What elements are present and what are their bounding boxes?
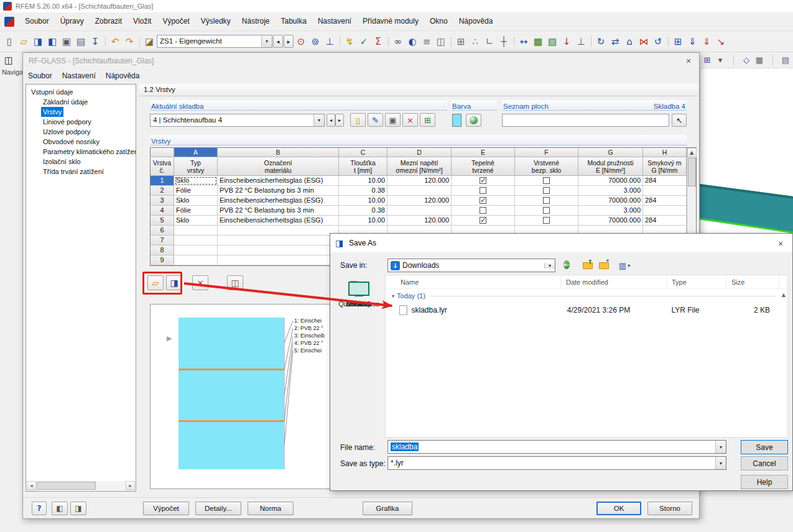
cell-material[interactable] — [218, 236, 339, 245]
menu-item[interactable]: Úpravy — [55, 12, 90, 30]
cell-g-modulus[interactable]: 284 — [643, 196, 687, 206]
cell-material[interactable] — [218, 255, 339, 265]
chevron-down-icon[interactable]: ▾ — [544, 263, 555, 268]
save-in-combo[interactable]: ↓ Downloads ▾ — [387, 259, 555, 272]
cell-laminated[interactable] — [515, 176, 578, 186]
row-number[interactable]: 7 — [151, 236, 174, 245]
fe-mesh-icon[interactable]: ▧ — [545, 35, 559, 48]
column-header[interactable]: Modul pružnosti E [N/mm²] — [578, 157, 643, 176]
ok-button[interactable]: OK — [596, 502, 641, 515]
scrollbar-thumb[interactable] — [688, 158, 696, 186]
cell-e-modulus[interactable]: 70000.000 — [578, 216, 643, 226]
isometric-icon[interactable]: ◇ — [740, 54, 753, 66]
column-header[interactable]: Type — [667, 275, 726, 288]
nav-item[interactable]: Obvodové nosníky — [26, 137, 136, 147]
cell-limit-stress[interactable] — [387, 206, 452, 216]
mesh-icon[interactable]: ▩ — [531, 35, 545, 48]
caret-down-icon[interactable]: ▾ — [714, 54, 726, 66]
column-letter-header[interactable]: H — [643, 148, 687, 157]
row-number[interactable]: 5 — [151, 216, 174, 226]
column-letter-header[interactable]: E — [452, 148, 515, 157]
menu-item[interactable]: Nápověda — [101, 70, 145, 83]
group-header[interactable]: ▾ Today (1) — [392, 292, 776, 300]
partial-view-icon[interactable]: ◫ — [434, 35, 448, 48]
cell-thickness[interactable]: 0.38 — [339, 206, 387, 216]
chevron-down-icon[interactable]: ▾ — [715, 457, 726, 469]
back-button[interactable]: ← — [563, 259, 570, 272]
close-icon[interactable]: × — [774, 237, 787, 250]
cell-layer-type[interactable] — [174, 255, 218, 265]
cell-limit-stress[interactable]: 120.000 — [387, 216, 452, 226]
new-file-icon[interactable]: ▯ — [2, 35, 16, 48]
menu-item[interactable]: Tabulka — [276, 12, 312, 30]
row-number[interactable]: 1 — [151, 176, 174, 186]
cell-tempered[interactable] — [452, 196, 515, 206]
nav-horizontal-scrollbar[interactable]: ◂ ▸ — [27, 481, 135, 490]
cell-tempered[interactable] — [452, 186, 515, 196]
cell-e-modulus[interactable]: 70000.000 — [578, 176, 643, 186]
panel-right-toggle-button[interactable]: ◨ — [70, 502, 86, 515]
surface-list-input[interactable] — [502, 114, 669, 127]
row-number[interactable]: 2 — [151, 186, 174, 196]
printout-report-icon[interactable]: ▤ — [779, 54, 792, 66]
column-letter-header[interactable]: C — [339, 148, 387, 157]
checkbox[interactable] — [543, 177, 550, 184]
cell-e-modulus[interactable]: 70000.000 — [578, 196, 643, 206]
place-network[interactable]: Network — [334, 280, 384, 308]
open-file-icon[interactable]: ▱ — [17, 35, 30, 48]
cell-thickness[interactable]: 10.00 — [339, 176, 387, 186]
column-header[interactable]: Označení materiálu — [218, 157, 339, 176]
cell-limit-stress[interactable]: 120.000 — [387, 176, 452, 186]
cell-e-modulus[interactable]: 3.000 — [578, 186, 643, 196]
cell-tempered[interactable] — [452, 206, 515, 216]
cell-layer-type[interactable]: Sklo — [174, 216, 218, 226]
menu-item[interactable]: Soubor — [23, 70, 57, 83]
edit-assembly-icon[interactable]: ✎ — [368, 113, 383, 127]
column-letter-header[interactable]: A — [174, 148, 218, 157]
cell-laminated[interactable] — [515, 186, 578, 196]
scrollbar-thumb[interactable] — [37, 482, 96, 490]
load-case-icon[interactable]: ◪ — [142, 35, 156, 48]
layers-icon[interactable]: ≡ — [420, 35, 434, 48]
snap-icon[interactable]: ∴ — [468, 35, 482, 48]
binoculars-icon[interactable]: ∞ — [391, 35, 405, 48]
menu-item[interactable]: Přídavné moduly — [357, 12, 424, 30]
cell-laminated[interactable] — [515, 196, 578, 206]
checkbox[interactable] — [480, 197, 486, 204]
menu-item[interactable]: Výpočet — [157, 12, 195, 30]
export-data-icon[interactable]: ⇓ — [700, 35, 713, 48]
import-data-icon[interactable]: ⇓ — [685, 35, 699, 48]
previous-view-icon[interactable]: ↺ — [651, 35, 665, 48]
chevron-down-icon[interactable]: ▾ — [715, 441, 726, 453]
close-icon[interactable]: × — [682, 55, 695, 67]
chevron-down-icon[interactable]: ▾ — [313, 114, 324, 126]
delete-layers-icon[interactable]: × — [192, 275, 208, 290]
cell-material[interactable]: Einscheibensicherheitsglas (ESG) — [218, 216, 339, 226]
cell-material[interactable] — [218, 226, 339, 236]
help-button[interactable]: Help — [741, 475, 788, 489]
column-header[interactable]: Mezní napětí σmezní [N/mm²] — [387, 157, 452, 176]
menu-item[interactable]: Nastavení — [312, 12, 357, 30]
cell-tempered[interactable] — [452, 176, 515, 186]
scroll-up-icon[interactable]: ▲ — [782, 292, 786, 298]
details-button[interactable]: Detaily... — [195, 502, 241, 515]
supports-icon[interactable]: ⊥ — [574, 35, 588, 48]
prev-load-case-button[interactable]: ◂ — [273, 35, 283, 48]
pick-surfaces-button[interactable]: ↖ — [672, 114, 687, 127]
cell-g-modulus[interactable]: 284 — [643, 216, 687, 226]
jump-icon[interactable]: ↘ — [714, 35, 728, 48]
cell-g-modulus[interactable]: 284 — [643, 176, 687, 186]
file-name-input[interactable]: skladba ▾ — [387, 440, 726, 454]
menu-item[interactable]: Vložit — [128, 12, 157, 30]
cell-layer-type[interactable]: Fólie — [174, 206, 218, 216]
dimension-icon[interactable]: ↔ — [517, 35, 531, 48]
save-all-icon[interactable]: ◧ — [45, 35, 59, 48]
visibility-icon[interactable]: ◐ — [406, 35, 419, 48]
checkbox[interactable] — [480, 177, 486, 184]
results-icon[interactable]: Σ — [371, 35, 385, 48]
cell-thickness[interactable]: 0.38 — [339, 186, 387, 196]
menu-item[interactable]: Nastavení — [57, 70, 101, 83]
cell-limit-stress[interactable]: 120.000 — [387, 196, 452, 206]
cell-layer-type[interactable] — [174, 236, 218, 245]
open-layers-icon[interactable]: ▱ — [147, 275, 164, 290]
